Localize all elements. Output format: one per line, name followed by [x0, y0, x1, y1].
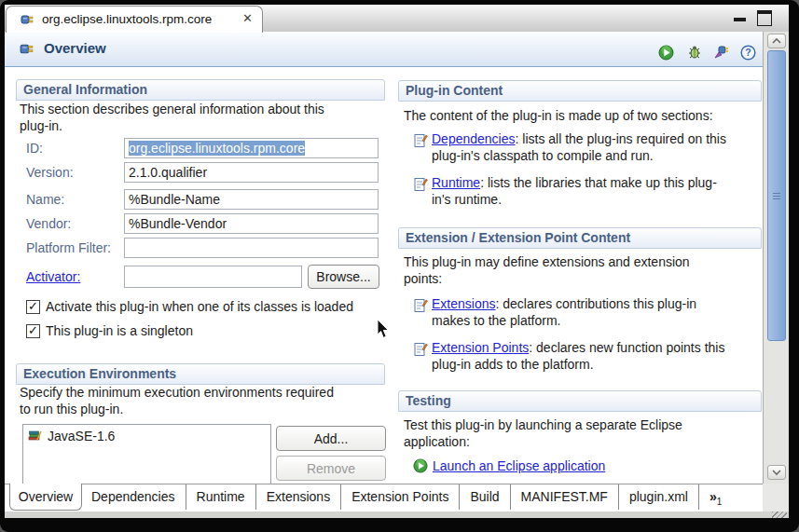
list-item-javase[interactable]: JavaSE-1.6 — [48, 429, 115, 443]
id-label: ID: — [26, 141, 43, 156]
runtime-link[interactable]: Runtime — [432, 175, 480, 190]
platform-filter-label: Platform Filter: — [26, 240, 111, 255]
id-value-selected: org.eclipse.linuxtools.rpm.core — [129, 141, 305, 156]
tab-bar-corner — [763, 484, 789, 512]
execution-environments-list[interactable]: JavaSE-1.6 — [22, 424, 271, 485]
section-title-execution-environments: Execution Environments — [16, 363, 385, 385]
editor-tab[interactable]: org.eclipse.linuxtools.rpm.core ✕ — [6, 6, 263, 33]
tab-extensions[interactable]: Extensions — [256, 484, 341, 510]
maximize-icon[interactable] — [757, 10, 772, 26]
overflow-count: 1 — [717, 497, 723, 507]
testing-intro: Test this plug-in by launching a separat… — [404, 417, 758, 450]
section-title-general-information: General Information — [16, 79, 385, 101]
launch-eclipse-link[interactable]: Launch an Eclipse application — [433, 458, 605, 473]
list-item: Extension Points: declares new function … — [432, 340, 760, 373]
section-title-plugin-content: Plug-in Content — [398, 80, 762, 102]
scroll-up-icon[interactable] — [767, 34, 786, 48]
mouse-cursor-icon — [377, 320, 390, 339]
list-item: Extensions: declares contributions this … — [432, 296, 760, 329]
general-description: This section describes general informati… — [20, 102, 385, 134]
minimize-icon[interactable] — [734, 18, 746, 21]
tab-extension-points[interactable]: Extension Points — [341, 484, 460, 510]
vertical-scrollbar[interactable] — [763, 32, 789, 484]
library-icon — [28, 429, 43, 443]
tab-manifest-mf[interactable]: MANIFEST.MF — [511, 484, 619, 510]
version-field[interactable] — [124, 162, 379, 183]
debug-bug-icon[interactable] — [686, 44, 703, 61]
help-icon[interactable]: ? — [740, 45, 757, 61]
singleton-checkbox[interactable]: ✓ — [26, 324, 40, 338]
tab-plugin-xml[interactable]: plugin.xml — [619, 484, 699, 510]
window-frame-strip — [5, 512, 789, 518]
tab-overflow-chevron[interactable]: »1 — [699, 484, 732, 510]
tab-close-icon[interactable]: ✕ — [242, 11, 253, 25]
version-label: Version: — [26, 165, 74, 180]
tab-build[interactable]: Build — [460, 484, 510, 510]
platform-filter-field[interactable] — [124, 238, 379, 258]
plugin-icon — [19, 41, 35, 58]
list-item: Dependencies: lists all the plug-ins req… — [432, 131, 760, 164]
form-page-icon — [413, 177, 428, 192]
tab-runtime[interactable]: Runtime — [186, 484, 256, 510]
vendor-field[interactable] — [124, 213, 379, 234]
extension-points-link[interactable]: Extension Points — [432, 340, 529, 355]
remove-button[interactable]: Remove — [276, 456, 386, 481]
tab-dependencies[interactable]: Dependencies — [81, 484, 186, 510]
activate-checkbox[interactable]: ✓ — [26, 300, 40, 314]
vendor-label: Vendor: — [26, 216, 71, 231]
export-plugin-icon[interactable] — [713, 44, 730, 61]
plugin-content-intro: The content of the plug-in is made up of… — [404, 108, 758, 125]
tab-overview[interactable]: Overview — [9, 484, 82, 511]
plugin-icon — [20, 12, 34, 27]
form-header: Overview — [5, 32, 763, 67]
run-icon[interactable] — [658, 45, 675, 61]
page-title: Overview — [44, 40, 106, 56]
section-title-testing: Testing — [398, 390, 762, 412]
extensions-link[interactable]: Extensions — [432, 296, 495, 311]
extension-content-intro: This plug-in may define extensions and e… — [404, 254, 758, 287]
list-item: Runtime: lists the libraries that make u… — [432, 175, 760, 208]
dependencies-link[interactable]: Dependencies — [432, 131, 516, 146]
editor-window: org.eclipse.linuxtools.rpm.core ✕ Overvi… — [0, 0, 799, 532]
overflow-symbol: » — [709, 489, 717, 504]
browse-button[interactable]: Browse... — [308, 265, 379, 289]
activator-link[interactable]: Activator: — [26, 269, 80, 284]
activator-field[interactable] — [124, 266, 302, 288]
execution-description: Specify the minimum execution environmen… — [20, 385, 385, 417]
editor-tab-title: org.eclipse.linuxtools.rpm.core — [42, 12, 212, 26]
scrollbar-thumb[interactable] — [767, 50, 786, 341]
name-label: Name: — [26, 192, 64, 207]
add-button[interactable]: Add... — [276, 426, 386, 451]
activate-checkbox-label: Activate this plug-in when one of its cl… — [46, 299, 353, 314]
form-page-icon — [413, 342, 428, 357]
run-icon — [413, 458, 428, 473]
form-page-icon — [413, 298, 428, 313]
section-title-extension-content: Extension / Extension Point Content — [398, 227, 762, 249]
form-page-icon — [413, 133, 428, 148]
resize-grip-icon[interactable] — [772, 512, 787, 518]
svg-text:?: ? — [745, 47, 751, 58]
page-tabs: Dependencies Runtime Extensions Extensio… — [81, 484, 732, 510]
name-field[interactable] — [124, 189, 379, 210]
scroll-down-icon[interactable] — [767, 465, 786, 480]
singleton-checkbox-label: This plug-in is a singleton — [46, 323, 193, 338]
id-field[interactable]: org.eclipse.linuxtools.rpm.core — [124, 138, 379, 158]
